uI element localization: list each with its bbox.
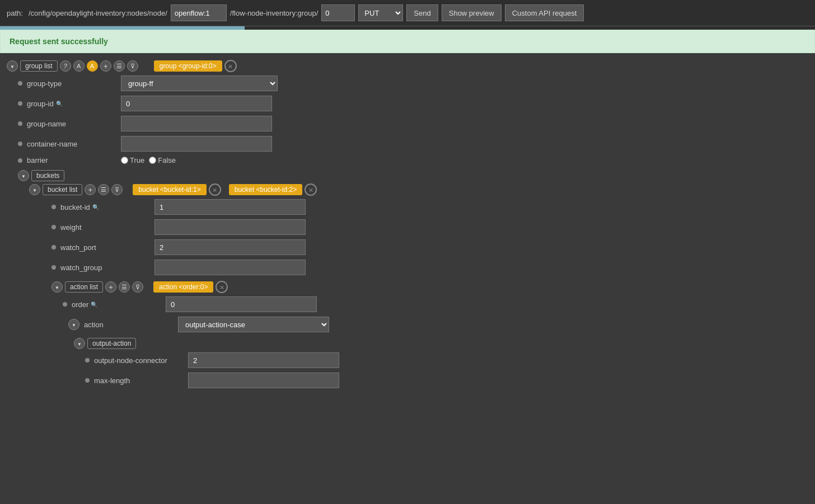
path-prefix: /config/opendaylight-inventory:nodes/nod… <box>29 9 167 17</box>
bucket-fields: bucket-id weight watch_port <box>51 197 808 390</box>
filter-group-button[interactable] <box>127 60 138 72</box>
add-action-button[interactable] <box>105 281 116 293</box>
dot-barrier <box>18 158 22 163</box>
dot-weight <box>51 225 56 229</box>
a-button-2[interactable]: A <box>87 60 98 72</box>
output-action-label: output-action <box>87 338 136 349</box>
main-content: group list A A group <group-id:0> group-… <box>0 53 815 396</box>
plus-icon <box>109 283 113 291</box>
show-preview-button[interactable]: Show preview <box>442 4 502 21</box>
container-name-input[interactable] <box>121 136 272 152</box>
action-select-row: action output-action-case drop-action-ca… <box>68 314 808 335</box>
buckets-label: buckets <box>31 170 64 181</box>
bucket-id-input[interactable] <box>154 199 306 215</box>
filter-icon <box>115 186 119 194</box>
order-label: order <box>72 300 161 309</box>
help-button[interactable] <box>60 60 71 72</box>
filter-action-button[interactable] <box>132 281 143 293</box>
container-name-row: container-name <box>18 134 808 154</box>
barrier-radio-group: True False <box>121 156 176 164</box>
bucket1-close-button[interactable] <box>209 183 221 196</box>
dot-max-length <box>85 378 90 383</box>
success-message: Request sent successfully <box>10 37 108 46</box>
group-name-input[interactable] <box>121 116 272 131</box>
output-node-connector-row: output-node-connector <box>85 350 808 370</box>
bucket2-close-button[interactable] <box>305 183 317 196</box>
group-tag[interactable]: group <group-id:0> <box>154 60 222 72</box>
group-input[interactable] <box>321 4 355 21</box>
action-type-select[interactable]: output-action-case drop-action-case floo… <box>178 317 329 332</box>
output-action-section: output-action output-node-connector <box>74 337 808 390</box>
output-node-connector-input[interactable] <box>188 352 339 368</box>
path-label: path: <box>7 9 23 17</box>
list-bucket-button[interactable] <box>98 184 109 195</box>
watch-group-label: watch_group <box>60 263 150 272</box>
dot-watch-group <box>51 265 56 270</box>
bucket-tag-1[interactable]: bucket <bucket-id:1> <box>133 184 206 195</box>
group-list-collapse[interactable] <box>7 60 18 72</box>
group-type-row: group-type group-ff group-all group-sele… <box>18 73 808 93</box>
group-fields: group-type group-ff group-all group-sele… <box>18 73 808 167</box>
send-button[interactable]: Send <box>406 4 438 21</box>
buckets-collapse[interactable] <box>18 170 29 181</box>
weight-label: weight <box>60 223 150 232</box>
filter-icon <box>135 284 140 291</box>
dot-watch-port <box>51 245 56 249</box>
barrier-false-label: False <box>149 156 176 164</box>
custom-api-button[interactable]: Custom API request <box>505 4 584 21</box>
chevron-down-icon <box>77 341 82 347</box>
barrier-true-radio[interactable] <box>121 157 128 164</box>
watch-port-row: watch_port <box>51 237 808 257</box>
weight-row: weight <box>51 217 808 237</box>
add-group-button[interactable] <box>100 60 111 72</box>
list-action-button[interactable] <box>119 281 130 293</box>
cross-icon <box>212 186 217 194</box>
order-input[interactable] <box>166 296 317 312</box>
group-close-button[interactable] <box>224 60 237 72</box>
output-action-collapse[interactable] <box>74 338 85 349</box>
bucket-list-collapse[interactable] <box>29 184 40 195</box>
dot-order <box>63 302 67 307</box>
list-group-button[interactable] <box>114 60 125 72</box>
bucket-id-search-icon[interactable] <box>92 203 99 211</box>
watch-port-input[interactable] <box>154 239 306 255</box>
group-type-select[interactable]: group-ff group-all group-select group-in… <box>121 76 278 91</box>
order-search-icon[interactable] <box>91 300 97 308</box>
barrier-row: barrier True False <box>18 154 808 167</box>
output-action-fields: output-node-connector max-length <box>85 350 808 390</box>
add-bucket-button[interactable] <box>85 184 96 195</box>
cross-icon <box>228 62 233 70</box>
a-button-1[interactable]: A <box>73 60 85 72</box>
node-input[interactable] <box>171 4 227 21</box>
action-tag[interactable]: action <order:0> <box>153 281 213 293</box>
action-select-collapse[interactable] <box>68 319 79 330</box>
weight-input[interactable] <box>154 219 306 235</box>
path-middle: /flow-node-inventory:group/ <box>230 9 318 17</box>
watch-group-input[interactable] <box>154 260 306 275</box>
container-name-label: container-name <box>27 140 116 148</box>
max-length-input[interactable] <box>188 373 339 388</box>
action-select-label: action <box>84 321 174 329</box>
max-length-row: max-length <box>85 370 808 390</box>
action-close-button[interactable] <box>216 281 228 293</box>
list-icon <box>116 63 122 70</box>
output-action-row: output-action <box>74 337 808 350</box>
method-select[interactable]: PUT GET POST DELETE <box>358 4 403 21</box>
group-list-label: group list <box>20 60 58 72</box>
filter-icon <box>130 63 135 70</box>
action-list-collapse[interactable] <box>51 281 63 293</box>
success-banner: Request sent successfully <box>0 30 815 53</box>
barrier-false-radio[interactable] <box>149 157 156 164</box>
chevron-down-icon <box>72 322 76 328</box>
group-id-search-icon[interactable] <box>56 100 63 107</box>
action-fields: order action output-action-case drop- <box>63 294 808 390</box>
dot-group-name <box>18 121 22 126</box>
filter-bucket-button[interactable] <box>111 184 123 195</box>
group-id-input[interactable] <box>121 96 272 111</box>
barrier-label: barrier <box>27 156 116 164</box>
bucket-list-row: bucket list bucket <bucket-id:1> bucket … <box>29 182 808 197</box>
buckets-section: buckets bucket list bucket <bucket-id:1>… <box>18 169 808 390</box>
plus-icon <box>104 62 108 70</box>
bucket-tag-2[interactable]: bucket <bucket-id:2> <box>229 184 302 195</box>
order-row: order <box>63 294 808 314</box>
